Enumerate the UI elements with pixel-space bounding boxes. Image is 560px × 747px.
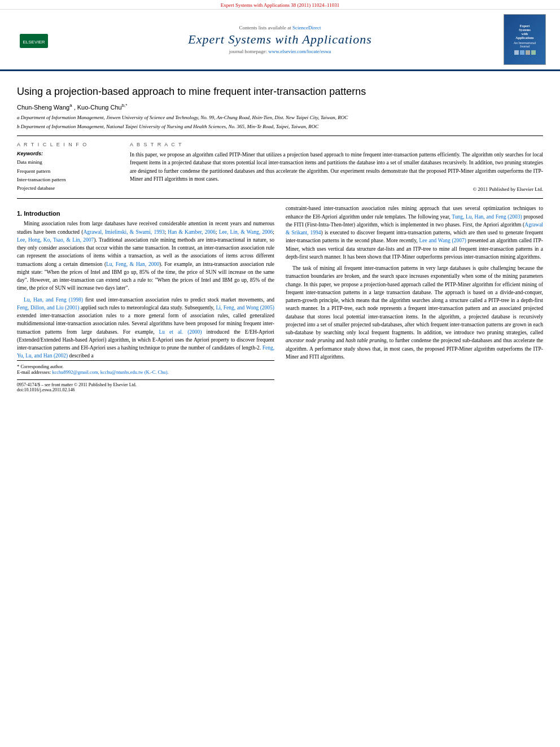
ref-lu1998[interactable]: Lu, Han, and Feng (1998): [24, 297, 83, 303]
email-link[interactable]: kcchu8992@gmail.com, kcchu@ntunhs.edu.tw…: [52, 369, 168, 375]
journal-title-area: Contents lists available at ScienceDirec…: [56, 25, 504, 54]
abstract-panel: A B S T R A C T In this paper, we propos…: [130, 142, 543, 193]
sciencedirect-link: Contents lists available at ScienceDirec…: [56, 25, 504, 30]
content-area: Using a projection-based approach to min…: [0, 71, 560, 398]
elsevier-logo-area: ELSEVIER: [11, 24, 56, 55]
keyword-1: Data mining: [17, 158, 119, 167]
affiliation-b: b Department of Information Management, …: [17, 123, 543, 130]
ref-feng2002[interactable]: Feng, Yu, Lu, and Han (2002): [17, 345, 274, 359]
affiliation-a: a Department of Information Management, …: [17, 114, 543, 121]
journal-name: Expert Systems with Applications: [56, 32, 504, 47]
info-abstract-row: A R T I C L E I N F O Keywords: Data min…: [17, 142, 543, 193]
article-info-panel: A R T I C L E I N F O Keywords: Data min…: [17, 142, 119, 193]
email-note: E-mail addresses: kcchu8992@gmail.com, k…: [17, 369, 274, 375]
elsevier-tree-icon: ELSEVIER: [17, 28, 51, 51]
journal-cover-image: ExpertSystemswithApplications An Interna…: [504, 14, 546, 65]
ref-agrawal1993[interactable]: Agrawal, Imielinski, & Swami, 1993: [83, 229, 164, 235]
paper-title: Using a projection-based approach to min…: [17, 85, 543, 98]
divider-1: [17, 136, 543, 136]
journal-url[interactable]: www.elsevier.com/locate/eswa: [268, 49, 331, 54]
cover-title: ExpertSystemswithApplications: [515, 24, 533, 41]
keywords-title: Keywords:: [17, 151, 119, 156]
body-left-col: 1. Introduction Mining association rules…: [17, 204, 274, 392]
cover-decoration: [514, 50, 536, 55]
ref-lu2000[interactable]: Lu, Feng, & Han, 2000: [106, 261, 159, 267]
intro-para-2: Lu, Han, and Feng (1998) first used inte…: [17, 296, 274, 360]
intro-heading: 1. Introduction: [17, 210, 274, 217]
cover-subtitle: An InternationalJournal: [514, 41, 536, 48]
keyword-3: Inter-transaction pattern: [17, 176, 119, 184]
ref-lu2000b[interactable]: Lu et al. (2000): [159, 329, 202, 335]
intro-right-para-2: The task of mining all frequent inter-tr…: [286, 264, 543, 361]
keyword-4: Projected database: [17, 184, 119, 193]
ref-tung2003[interactable]: Tung, Lu, Han, and Feng (2003): [452, 214, 522, 220]
corresponding-note: * Corresponding author.: [17, 364, 274, 369]
issn-bar: 0957-4174/$ – see front matter © 2011 Pu…: [17, 379, 274, 392]
svg-text:ELSEVIER: ELSEVIER: [23, 40, 45, 45]
intro-para-1: Mining association rules from large data…: [17, 220, 274, 292]
sciencedirect-anchor[interactable]: ScienceDirect: [292, 25, 321, 30]
journal-cover-area: ExpertSystemswithApplications An Interna…: [504, 14, 549, 65]
body-columns: 1. Introduction Mining association rules…: [17, 204, 543, 392]
ref-feng2001[interactable]: Feng, Dillon, and Liu (2001): [17, 305, 79, 311]
body-right-col: constraint-based inter-transaction assoc…: [286, 204, 543, 392]
intro-right-para-1: constraint-based inter-transaction assoc…: [286, 204, 543, 261]
journal-header: ELSEVIER Contents lists available at Sci…: [0, 10, 560, 71]
journal-citation: Expert Systems with Applications 38 (201…: [0, 0, 560, 10]
journal-homepage: journal homepage: www.elsevier.com/locat…: [56, 49, 504, 54]
footnotes: * Corresponding author. E-mail addresses…: [17, 360, 274, 375]
ref-lee2007b[interactable]: Lee and Wang (2007): [419, 238, 466, 243]
ref-li2005[interactable]: Li, Feng, and Wong (2005): [216, 305, 274, 311]
divider-2: [17, 198, 543, 199]
ref-han2006[interactable]: Han & Kamber, 2006: [168, 229, 216, 235]
abstract-text: In this paper, we propose an algorithm c…: [130, 151, 543, 183]
ref-agrawal1994[interactable]: Agrawal & Srikant, 1994: [286, 222, 543, 235]
copyright-notice: © 2011 Published by Elsevier Ltd.: [130, 186, 543, 192]
authors-line: Chun-Sheng Wanga , Kuo-Chung Chub,*: [17, 103, 543, 111]
ref-lee2007[interactable]: Lee, Hong, Ko, Tsao, & Lin, 2007: [17, 237, 94, 243]
keyword-2: Frequent pattern: [17, 167, 119, 176]
keywords-list: Data mining Frequent pattern Inter-trans…: [17, 158, 119, 193]
article-info-label: A R T I C L E I N F O: [17, 142, 119, 147]
ref-lee2006[interactable]: Lee, Lin, & Wang, 2006: [219, 229, 273, 235]
abstract-label: A B S T R A C T: [130, 142, 543, 147]
elsevier-logo: ELSEVIER: [11, 24, 56, 55]
